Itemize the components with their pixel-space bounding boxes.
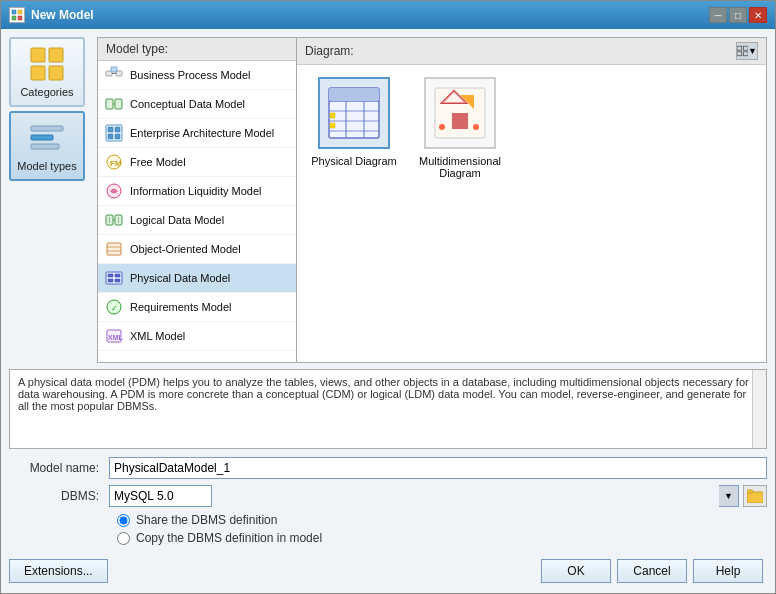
radio-copy[interactable] <box>117 532 130 545</box>
model-name-label: Model name: <box>9 461 109 475</box>
svg-rect-37 <box>108 279 113 282</box>
dbms-label: DBMS: <box>9 489 109 503</box>
model-type-xml-model[interactable]: XML XML Model <box>98 322 296 351</box>
maximize-button[interactable]: □ <box>729 7 747 23</box>
logical-data-icon <box>104 210 124 230</box>
description-scrollbar[interactable] <box>752 370 766 448</box>
svg-rect-9 <box>31 135 53 140</box>
radio-share[interactable] <box>117 514 130 527</box>
model-types-panel: Model type: Business Process Model <box>97 37 297 363</box>
diagram-header-label: Diagram: <box>305 44 354 58</box>
model-type-label: Enterprise Architecture Model <box>130 127 274 139</box>
model-type-logical-data[interactable]: Logical Data Model <box>98 206 296 235</box>
physical-diagram-icon-box <box>318 77 390 149</box>
svg-rect-10 <box>31 144 59 149</box>
categories-icon <box>29 46 65 82</box>
model-type-object-oriented[interactable]: Object-Oriented Model <box>98 235 296 264</box>
svg-rect-8 <box>31 126 63 131</box>
button-bar: Extensions... OK Cancel Help <box>9 553 767 585</box>
extensions-button[interactable]: Extensions... <box>9 559 108 583</box>
model-type-physical-data[interactable]: Physical Data Model <box>98 264 296 293</box>
svg-rect-1 <box>18 10 22 14</box>
model-type-label: XML Model <box>130 330 185 342</box>
free-model-icon: FM <box>104 152 124 172</box>
svg-rect-16 <box>115 99 122 109</box>
radio-copy-row: Copy the DBMS definition in model <box>9 531 767 545</box>
sidebar-categories-label: Categories <box>20 86 73 98</box>
svg-rect-2 <box>12 16 16 20</box>
svg-text:FM: FM <box>110 159 122 168</box>
model-type-requirements[interactable]: ✓ Requirements Model <box>98 293 296 322</box>
diagram-items: Physical Diagram <box>297 65 766 362</box>
minimize-button[interactable]: ─ <box>709 7 727 23</box>
svg-rect-54 <box>329 88 379 101</box>
svg-text:XML: XML <box>108 334 123 341</box>
svg-rect-0 <box>12 10 16 14</box>
conceptual-data-icon <box>104 94 124 114</box>
close-button[interactable]: ✕ <box>749 7 767 23</box>
window-title: New Model <box>31 8 94 22</box>
svg-rect-4 <box>31 48 45 62</box>
business-process-icon <box>104 65 124 85</box>
model-type-label: Physical Data Model <box>130 272 230 284</box>
sidebar-model-types-label: Model types <box>17 160 76 172</box>
model-type-label: Object-Oriented Model <box>130 243 241 255</box>
dbms-folder-btn[interactable] <box>743 485 767 507</box>
svg-rect-35 <box>108 274 113 277</box>
info-liquidity-icon <box>104 181 124 201</box>
enterprise-arch-icon <box>104 123 124 143</box>
multidimensional-diagram-icon-box <box>424 77 496 149</box>
title-buttons: ─ □ ✕ <box>709 7 767 23</box>
svg-rect-15 <box>106 99 113 109</box>
model-type-conceptual-data[interactable]: Conceptual Data Model <box>98 90 296 119</box>
physical-diagram-label: Physical Diagram <box>311 155 397 167</box>
diagram-item-physical[interactable]: Physical Diagram <box>309 77 399 179</box>
model-type-business-process[interactable]: Business Process Model <box>98 61 296 90</box>
object-oriented-icon <box>104 239 124 259</box>
xml-model-icon: XML <box>104 326 124 346</box>
sidebar-btn-categories[interactable]: Categories <box>9 37 85 107</box>
svg-rect-36 <box>115 274 120 277</box>
model-type-label: Requirements Model <box>130 301 232 313</box>
model-name-input[interactable] <box>109 457 767 479</box>
dbms-select-wrapper: MySQL 5.0 MySQL 8.0 Oracle 12c SQL Serve… <box>109 485 739 507</box>
radio-share-label[interactable]: Share the DBMS definition <box>136 513 277 527</box>
model-type-free-model[interactable]: FM Free Model <box>98 148 296 177</box>
model-type-enterprise-arch[interactable]: Enterprise Architecture Model <box>98 119 296 148</box>
description-text: A physical data model (PDM) helps you to… <box>18 376 749 412</box>
svg-rect-6 <box>31 66 45 80</box>
ok-button[interactable]: OK <box>541 559 611 583</box>
dialog-content: Categories Model types Model type: <box>1 29 775 593</box>
model-type-label: Free Model <box>130 156 186 168</box>
svg-rect-55 <box>330 113 335 118</box>
svg-rect-22 <box>115 134 120 139</box>
svg-rect-65 <box>747 490 753 493</box>
svg-rect-31 <box>107 243 121 255</box>
model-types-icon <box>29 120 65 156</box>
svg-rect-13 <box>111 67 117 72</box>
svg-rect-45 <box>737 52 742 56</box>
new-model-dialog: New Model ─ □ ✕ <box>0 0 776 594</box>
svg-rect-20 <box>115 127 120 132</box>
diagram-view-btn[interactable]: ▼ <box>736 42 758 60</box>
description-area: A physical data model (PDM) helps you to… <box>9 369 767 449</box>
physical-data-icon <box>104 268 124 288</box>
model-type-label: Information Liquidity Model <box>130 185 261 197</box>
svg-rect-21 <box>108 134 113 139</box>
help-button[interactable]: Help <box>693 559 763 583</box>
model-type-info-liquidity[interactable]: Information Liquidity Model <box>98 177 296 206</box>
main-area: Categories Model types Model type: <box>9 37 767 363</box>
dbms-row: DBMS: MySQL 5.0 MySQL 8.0 Oracle 12c SQL… <box>9 485 767 507</box>
diagram-item-multidimensional[interactable]: Multidimensional Diagram <box>415 77 505 179</box>
radio-copy-label[interactable]: Copy the DBMS definition in model <box>136 531 322 545</box>
dbms-select[interactable]: MySQL 5.0 MySQL 8.0 Oracle 12c SQL Serve… <box>109 485 212 507</box>
svg-rect-64 <box>747 492 763 503</box>
model-name-row: Model name: <box>9 457 767 479</box>
cancel-button[interactable]: Cancel <box>617 559 687 583</box>
diagram-panel-header: Diagram: ▼ <box>297 38 766 65</box>
model-type-label: Logical Data Model <box>130 214 224 226</box>
multidimensional-diagram-label: Multidimensional Diagram <box>415 155 505 179</box>
svg-rect-38 <box>115 279 120 282</box>
dbms-select-arrow[interactable]: ▼ <box>719 485 739 507</box>
sidebar-btn-model-types[interactable]: Model types <box>9 111 85 181</box>
